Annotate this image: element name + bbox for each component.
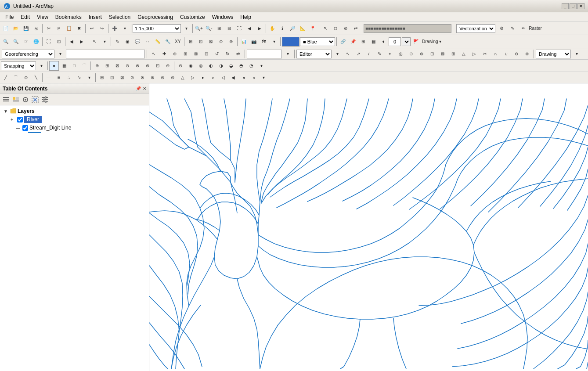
layer-item-river[interactable]: + River bbox=[4, 115, 147, 124]
page-number-select[interactable]: ▾ bbox=[402, 37, 411, 46]
select-btn[interactable]: ↖ bbox=[321, 24, 330, 33]
editor-dropdown-btn[interactable]: ▾ bbox=[332, 49, 342, 59]
snap-tool14[interactable]: ◒ bbox=[226, 61, 236, 71]
render-tool3[interactable]: 🗺 bbox=[259, 37, 269, 47]
toc-source-btn[interactable] bbox=[11, 95, 20, 104]
editor-tool16[interactable]: ∪ bbox=[501, 49, 511, 59]
zoom-in-btn[interactable]: 🔍+ bbox=[194, 24, 204, 33]
draw-more17[interactable]: ▾ bbox=[259, 73, 268, 83]
edit-tool5[interactable]: 📏 bbox=[153, 37, 162, 47]
draw-tool4[interactable]: ╲ bbox=[31, 73, 41, 83]
add-data-btn[interactable]: ➕ bbox=[110, 24, 119, 33]
draw-tool5[interactable]: — bbox=[44, 73, 54, 83]
snap-tool7[interactable]: ⊡ bbox=[153, 61, 162, 71]
draw-more7[interactable]: ⊝ bbox=[158, 73, 167, 83]
minimize-btn[interactable]: _ bbox=[562, 3, 569, 9]
full-ext-btn[interactable]: ⛶ bbox=[44, 37, 54, 47]
draw-tool1[interactable]: ╱ bbox=[1, 73, 11, 83]
editor-tool7[interactable]: ⊙ bbox=[406, 49, 416, 59]
editor-tool18[interactable]: ⊗ bbox=[522, 49, 532, 59]
measure-btn[interactable]: 📐 bbox=[298, 24, 307, 33]
snap-end-expand[interactable]: ▾ bbox=[256, 61, 266, 71]
edit-tool3[interactable]: 💬 bbox=[133, 37, 142, 47]
zoom-back[interactable]: ◀ bbox=[245, 24, 254, 33]
georef-select[interactable]: Georeferencing bbox=[2, 50, 54, 58]
snap-tool3[interactable]: ⊠ bbox=[112, 61, 122, 71]
close-btn[interactable]: ✕ bbox=[577, 3, 584, 9]
editor-tool14[interactable]: ✂ bbox=[480, 49, 490, 59]
draw-more8[interactable]: ⊜ bbox=[168, 73, 177, 83]
spatial-tool3[interactable]: ⊠ bbox=[206, 37, 216, 47]
edit-tool6[interactable]: 🔧 bbox=[163, 37, 173, 47]
zoom-in-tool[interactable]: 🔍 bbox=[1, 37, 11, 47]
menu-bookmarks[interactable]: Bookmarks bbox=[52, 13, 85, 21]
geo-tool6[interactable]: ⊡ bbox=[202, 49, 211, 59]
menu-help[interactable]: Help bbox=[237, 13, 255, 21]
snap-point-btn[interactable]: ● bbox=[49, 61, 59, 71]
vect-tool1[interactable]: ✎ bbox=[508, 24, 517, 33]
map-canvas[interactable] bbox=[149, 83, 588, 371]
toc-list-view-btn[interactable] bbox=[2, 95, 11, 104]
editor-tool15[interactable]: ∩ bbox=[491, 49, 500, 59]
river-checkbox[interactable] bbox=[17, 117, 23, 122]
draw-more12[interactable]: ▹ bbox=[208, 73, 218, 83]
editor-tool17[interactable]: ⊖ bbox=[512, 49, 521, 59]
globe-btn[interactable]: 🌐 bbox=[31, 37, 41, 47]
maximize-btn[interactable]: □ bbox=[570, 3, 577, 9]
spatial-tool2[interactable]: ⊡ bbox=[196, 37, 206, 47]
snapping-select[interactable]: Snapping bbox=[1, 61, 36, 70]
select-dropdown[interactable]: ▾ bbox=[100, 37, 109, 47]
snap-tool4[interactable]: ⊙ bbox=[123, 61, 132, 71]
fwd-extent[interactable]: ▶ bbox=[77, 37, 87, 47]
geo-tool2[interactable]: ✚ bbox=[159, 49, 169, 59]
geo-tool5[interactable]: ⊠ bbox=[191, 49, 201, 59]
snapping-dropdown-btn[interactable]: ▾ bbox=[36, 61, 46, 71]
draw-tool6[interactable]: ≡ bbox=[54, 73, 64, 83]
snap-tool15[interactable]: ◓ bbox=[236, 61, 246, 71]
more-tools2[interactable]: 📌 bbox=[348, 37, 358, 47]
editor-select[interactable]: Editor bbox=[296, 50, 332, 58]
delete-btn[interactable]: ✖ bbox=[74, 24, 84, 33]
georef-dropdown-btn[interactable]: ▾ bbox=[55, 49, 65, 59]
geo-value-dropdown[interactable]: ▾ bbox=[283, 49, 292, 59]
drawing-dropdown[interactable]: ▾ bbox=[572, 49, 581, 59]
page-number-input[interactable] bbox=[389, 37, 401, 46]
new-btn[interactable]: 📄 bbox=[1, 24, 11, 33]
pan-tool[interactable]: ☞ bbox=[21, 37, 31, 47]
copy-btn[interactable]: ⎘ bbox=[54, 24, 64, 33]
render-tool1[interactable]: 📊 bbox=[239, 37, 249, 47]
draw-more9[interactable]: △ bbox=[178, 73, 188, 83]
spatial-tool1[interactable]: ⊞ bbox=[186, 37, 195, 47]
drawing-select[interactable]: Drawing bbox=[536, 50, 571, 58]
zoom-fwd[interactable]: ▶ bbox=[255, 24, 264, 33]
redo-btn[interactable]: ↪ bbox=[97, 24, 107, 33]
snap-tool9[interactable]: ⊝ bbox=[176, 61, 185, 71]
snap-tool12[interactable]: ◐ bbox=[206, 61, 216, 71]
geo-tool9[interactable]: ⇄ bbox=[233, 49, 243, 59]
snap-vert-btn[interactable]: □ bbox=[69, 61, 79, 71]
layer-item-stream[interactable]: — Stream_Digit Line bbox=[4, 124, 147, 134]
add-data-dropdown[interactable]: ▾ bbox=[120, 24, 130, 33]
vect-tool2[interactable]: ✏ bbox=[519, 24, 528, 33]
select-tool[interactable]: ↖ bbox=[90, 37, 99, 47]
editor-tool10[interactable]: ⊠ bbox=[438, 49, 447, 59]
render-tool2[interactable]: 📷 bbox=[249, 37, 259, 47]
toc-selection-btn[interactable] bbox=[31, 95, 40, 104]
snap-tool8[interactable]: ⊜ bbox=[163, 61, 173, 71]
open-btn[interactable]: 📂 bbox=[11, 24, 21, 33]
spatial-tool5[interactable]: ⊛ bbox=[226, 37, 236, 47]
draw-more5[interactable]: ⊗ bbox=[137, 73, 147, 83]
zoom-out-tool[interactable]: 🔍 bbox=[11, 37, 21, 47]
menu-file[interactable]: File bbox=[2, 13, 17, 21]
find-btn[interactable]: 🔎 bbox=[288, 24, 297, 33]
back-extent[interactable]: ◀ bbox=[67, 37, 76, 47]
editor-tool4[interactable]: ✎ bbox=[375, 49, 384, 59]
menu-insert[interactable]: Insert bbox=[85, 13, 105, 21]
editor-tool13[interactable]: ▷ bbox=[469, 49, 479, 59]
more-tools3[interactable]: ⊞ bbox=[358, 37, 368, 47]
snap-tool13[interactable]: ◑ bbox=[216, 61, 226, 71]
toc-pin-btn[interactable]: 📌 bbox=[136, 86, 141, 91]
snap-tool5[interactable]: ⊗ bbox=[133, 61, 142, 71]
draw-more14[interactable]: ◀ bbox=[228, 73, 238, 83]
clear-sel-btn[interactable]: ⊘ bbox=[341, 24, 350, 33]
